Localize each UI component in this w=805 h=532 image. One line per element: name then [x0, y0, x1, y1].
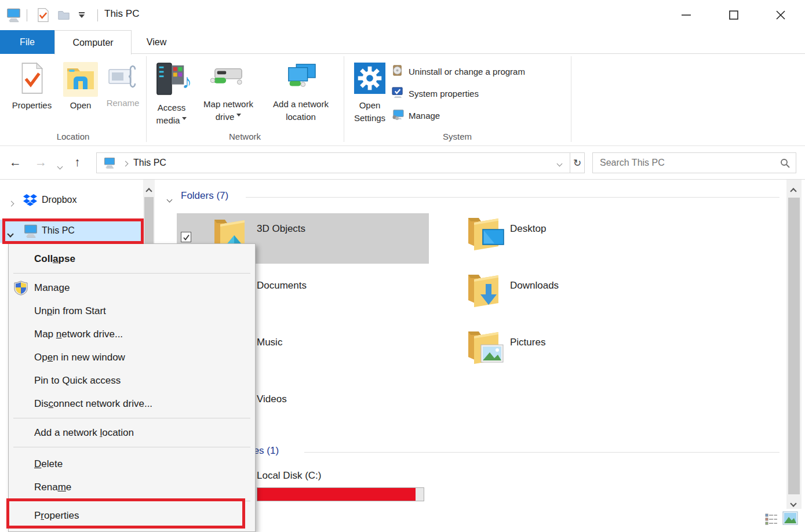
- manage-label: Manage: [409, 111, 440, 121]
- tile-label: Videos: [257, 393, 287, 405]
- map-drive-label-1: Map network: [203, 98, 253, 111]
- annotation-box-this-pc: [2, 218, 144, 244]
- forward-icon[interactable]: →: [35, 155, 47, 169]
- address-bar[interactable]: This PC: [96, 152, 570, 173]
- group-separator: [344, 56, 344, 142]
- ribbon-access-media-button[interactable]: ♪ Access media: [150, 56, 194, 127]
- folder-tile-desktop[interactable]: Desktop: [461, 213, 713, 254]
- ribbon-open-button[interactable]: Open: [60, 56, 101, 112]
- navigation-bar: ← → ↑ This PC ↻: [0, 146, 805, 180]
- breadcrumb-pc-icon: [103, 157, 116, 169]
- label-part: ocation: [102, 427, 134, 438]
- breadcrumb-chevron-icon[interactable]: [123, 158, 128, 168]
- tab-computer[interactable]: Computer: [54, 30, 132, 54]
- sidebar-dropbox-label: Dropbox: [42, 195, 77, 205]
- menu-separator: [13, 273, 250, 274]
- sidebar-item-dropbox[interactable]: Dropbox: [0, 191, 143, 210]
- quick-access-folder-icon[interactable]: [57, 9, 70, 21]
- menu-label: Delete: [34, 458, 63, 470]
- tile-label: Downloads: [510, 280, 559, 291]
- label-accelerator: a: [53, 253, 58, 264]
- menu-item-rename[interactable]: Rename: [9, 476, 255, 499]
- address-dropdown-chevron-icon[interactable]: [558, 158, 562, 168]
- menu-item-map-network-drive[interactable]: Map network drive...: [9, 323, 255, 346]
- properties-label: Properties: [12, 99, 52, 112]
- titlebar-separator: [97, 9, 98, 21]
- label-part: in from Start: [52, 305, 106, 316]
- large-icons-view-button[interactable]: [781, 510, 799, 526]
- tab-computer-label: Computer: [72, 38, 113, 48]
- minimize-button[interactable]: [673, 0, 700, 30]
- tile-label: Documents: [257, 280, 307, 291]
- up-icon[interactable]: ↑: [74, 155, 81, 169]
- quick-access-dropdown-icon[interactable]: [79, 12, 85, 21]
- menu-item-disconnect-network-drive[interactable]: Disconnect network drive...: [9, 392, 255, 416]
- refresh-button[interactable]: ↻: [570, 152, 585, 173]
- ribbon-manage-button[interactable]: Manage: [392, 108, 440, 123]
- label-accelerator: D: [34, 458, 41, 469]
- content-scrollbar[interactable]: [786, 180, 802, 509]
- breadcrumb-this-pc[interactable]: This PC: [133, 158, 166, 168]
- scroll-down-icon[interactable]: [791, 498, 796, 508]
- label-accelerator: g: [59, 282, 64, 293]
- folders-collapse-chevron-icon[interactable]: [167, 194, 172, 204]
- menu-item-delete[interactable]: Delete: [9, 453, 255, 476]
- label-accelerator: e: [48, 352, 53, 363]
- menu-item-pin-to-quick-access[interactable]: Pin to Quick access: [9, 369, 255, 392]
- search-icon[interactable]: [780, 158, 790, 170]
- label-part: n in new window: [53, 352, 125, 363]
- add-location-label-2: location: [286, 111, 316, 123]
- tile-label: 3D Objects: [257, 223, 305, 235]
- folder-tile-pictures[interactable]: Pictures: [461, 327, 713, 367]
- ribbon-uninstall-button[interactable]: Uninstall or change a program: [392, 64, 525, 79]
- menu-item-collapse[interactable]: Collapse: [9, 247, 255, 271]
- label-part: Mana: [34, 282, 59, 293]
- folders-section-header[interactable]: Folders (7): [181, 190, 228, 202]
- system-properties-label: System properties: [409, 89, 479, 99]
- window-title: This PC: [104, 8, 139, 20]
- uac-shield-icon: [13, 280, 28, 296]
- section-rule: [304, 452, 779, 453]
- maximize-button[interactable]: [720, 0, 747, 30]
- ribbon-system-properties-button[interactable]: System properties: [392, 86, 479, 101]
- ribbon-rename-button[interactable]: Rename: [103, 56, 143, 110]
- scroll-up-icon[interactable]: [147, 185, 151, 196]
- open-settings-label-2: Settings: [354, 112, 385, 125]
- app-icon: [6, 8, 21, 23]
- scroll-up-icon[interactable]: [791, 185, 796, 196]
- folder-tile-downloads[interactable]: Downloads: [461, 270, 713, 311]
- uninstall-label: Uninstall or change a program: [409, 67, 525, 76]
- tab-view[interactable]: View: [132, 30, 181, 54]
- label-part: Un: [34, 305, 47, 316]
- drive-usage-fill: [257, 488, 416, 501]
- ribbon-properties-button[interactable]: Properties: [5, 56, 59, 112]
- content-scrollbar-thumb[interactable]: [788, 198, 800, 494]
- ribbon-open-settings-button[interactable]: Open Settings: [348, 56, 392, 125]
- map-network-drive-icon: [210, 62, 246, 96]
- quick-access-properties-icon[interactable]: [37, 8, 49, 23]
- close-button[interactable]: [767, 0, 794, 30]
- group-label-location: Location: [0, 132, 146, 144]
- back-icon[interactable]: ←: [9, 155, 21, 169]
- item-checkbox[interactable]: [181, 232, 191, 242]
- menu-item-unpin-from-start[interactable]: Unpin from Start: [9, 300, 255, 323]
- tab-file[interactable]: File: [0, 30, 54, 54]
- menu-label: Pin to Quick access: [34, 375, 121, 387]
- menu-label: Open in new window: [34, 352, 125, 363]
- tile-label: Desktop: [510, 223, 546, 235]
- details-view-button[interactable]: [763, 511, 780, 527]
- label-part: Dis: [34, 398, 49, 409]
- add-network-location-icon: [284, 62, 318, 96]
- ribbon-map-network-drive-button[interactable]: Map network drive: [195, 56, 262, 123]
- menu-item-add-network-location[interactable]: Add a network location: [9, 421, 255, 444]
- ribbon-add-network-location-button[interactable]: Add a network location: [263, 56, 338, 123]
- label-part: Rena: [34, 482, 58, 493]
- menu-item-open-in-new-window[interactable]: Open in new window: [9, 346, 255, 369]
- context-menu: Collapse Manage Unpin from Start Map net…: [8, 243, 256, 532]
- expand-chevron-icon[interactable]: [9, 198, 13, 208]
- section-rule: [246, 197, 779, 198]
- label-part: Add a network: [34, 427, 100, 438]
- menu-item-manage[interactable]: Manage: [9, 276, 255, 300]
- recent-locations-chevron-icon[interactable]: [58, 161, 62, 171]
- search-input[interactable]: [593, 153, 796, 173]
